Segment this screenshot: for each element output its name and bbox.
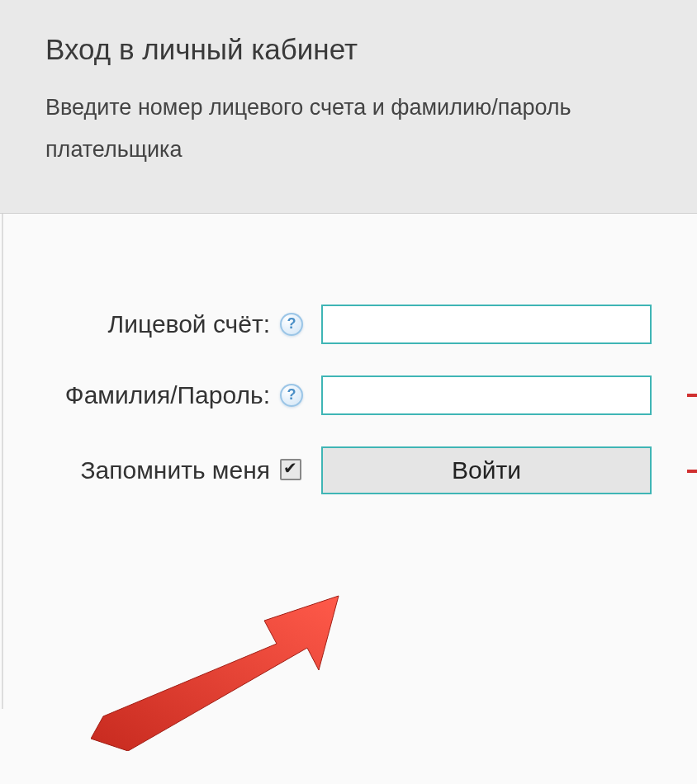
remember-checkbox[interactable] <box>280 459 301 480</box>
page-subtitle: Введите номер лицевого счета и фамилию/п… <box>45 87 652 172</box>
account-input[interactable] <box>321 305 652 344</box>
account-row: Лицевой счёт: ? <box>3 305 697 344</box>
account-label: Лицевой счёт: <box>3 310 280 338</box>
header-section: Вход в личный кабинет Введите номер лице… <box>0 0 697 214</box>
page-title: Вход в личный кабинет <box>45 33 652 66</box>
edge-marker-icon <box>687 470 697 473</box>
password-input[interactable] <box>321 375 652 415</box>
edge-marker-icon <box>687 394 697 397</box>
login-button[interactable]: Войти <box>321 446 652 494</box>
remember-row: Запомнить меня Войти <box>3 446 697 494</box>
checkbox-wrapper <box>280 459 303 482</box>
password-label: Фамилия/Пароль: <box>3 381 280 409</box>
password-row: Фамилия/Пароль: ? <box>3 375 697 415</box>
remember-label: Запомнить меня <box>3 456 280 484</box>
help-icon[interactable]: ? <box>280 384 303 407</box>
login-form: Лицевой счёт: ? Фамилия/Пароль: ? Запомн… <box>2 214 697 709</box>
help-icon[interactable]: ? <box>280 313 303 336</box>
